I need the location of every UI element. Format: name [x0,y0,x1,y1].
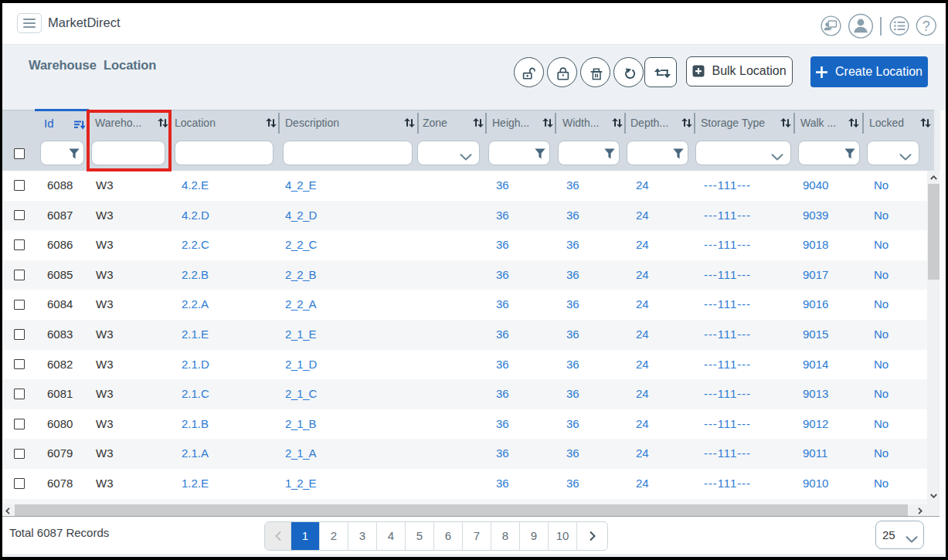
svg-text:?: ? [923,19,930,34]
